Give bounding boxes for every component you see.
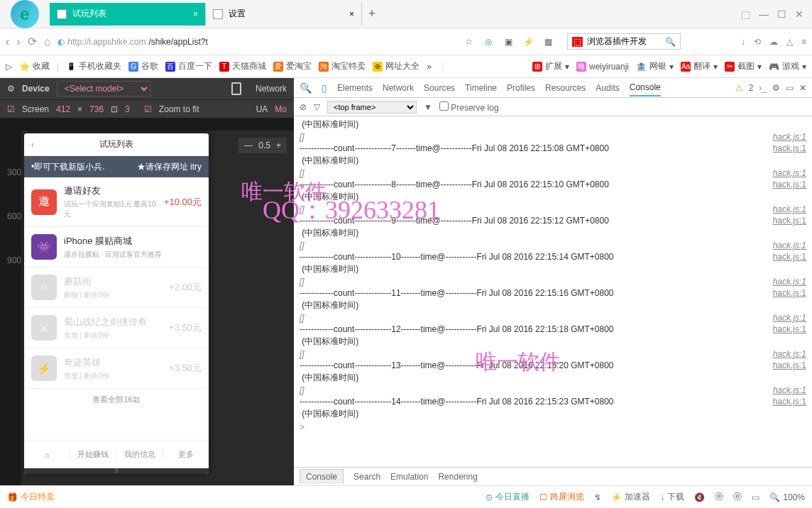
menu-icon[interactable]: ≡ <box>801 37 806 47</box>
list-item[interactable]: ⚡ 奇迹英雄首发 | 剩余0份 +3.50元 <box>24 348 209 389</box>
source-link[interactable]: hack.js:1 <box>773 385 806 395</box>
drawer-emulation[interactable]: Emulation <box>390 472 428 482</box>
source-link[interactable]: hack.js:1 <box>773 277 806 287</box>
orientation-icon[interactable] <box>231 82 241 95</box>
drawer-search[interactable]: Search <box>353 472 380 482</box>
bm-screenshot[interactable]: ✂截图▾ <box>725 60 762 72</box>
preserve-log[interactable]: Preserve log <box>439 101 499 113</box>
console-prompt[interactable]: > <box>294 421 812 434</box>
sale[interactable]: 🎁今日特卖 <box>7 491 55 503</box>
bm-bank[interactable]: 🏦网银▾ <box>636 60 674 72</box>
source-link[interactable]: hack.js:1 <box>773 288 806 298</box>
phone-viewport[interactable]: ‹ 试玩列表 • 即可下载新版小兵. ★请保存网址 itry 邀 邀请好友试玩一… <box>24 133 209 474</box>
tab-earn[interactable]: 开始赚钱 <box>70 449 116 460</box>
tab-sources[interactable]: Sources <box>424 80 455 96</box>
box-icon[interactable]: ⬚ <box>741 9 750 20</box>
drawer-rendering[interactable]: Rendering <box>438 472 477 482</box>
source-link[interactable]: hack.js:1 <box>773 349 806 359</box>
source-link[interactable]: hack.js:1 <box>773 241 806 250</box>
source-link[interactable]: hack.js:1 <box>773 180 806 189</box>
tab-active[interactable]: 试玩列表 × <box>50 3 206 26</box>
triangle-icon[interactable]: △ <box>786 37 793 47</box>
maximize-button[interactable]: ☐ <box>777 9 786 20</box>
net-icon[interactable]: ↯ <box>594 492 601 502</box>
history-icon[interactable]: ⟲ <box>754 37 761 47</box>
play-icon[interactable]: ▷ <box>6 62 12 72</box>
qr-icon[interactable]: ▦ <box>542 35 554 48</box>
back-button[interactable]: ‹ <box>6 35 9 48</box>
source-link[interactable]: hack.js:1 <box>773 252 806 262</box>
dpr-value[interactable]: 3 <box>125 104 130 114</box>
height-value[interactable]: 736 <box>89 104 104 114</box>
accelerator[interactable]: ⚡加速器 <box>611 491 650 503</box>
device-icon[interactable]: ▯ <box>322 82 327 94</box>
close-icon[interactable]: × <box>349 9 354 19</box>
view-all[interactable]: 查看全部16款 <box>24 389 209 411</box>
tab-more[interactable]: 更多 <box>163 449 209 460</box>
forward-button[interactable]: › <box>16 35 20 48</box>
gear-icon[interactable]: ⚙ <box>7 84 15 94</box>
tab-network[interactable]: Network <box>383 80 414 96</box>
tab-audits[interactable]: Audits <box>596 80 619 96</box>
download-icon[interactable]: ↓ <box>741 37 745 47</box>
list-item[interactable]: 邀 邀请好友试玩一个应用奖励1元 最高10元 +10.00元 <box>24 177 209 227</box>
warn-icon[interactable]: ⚠ <box>735 83 743 93</box>
zoom[interactable]: 🔍100% <box>769 492 805 502</box>
cloud-icon[interactable]: ☁ <box>769 37 778 47</box>
source-link[interactable]: hack.js:1 <box>773 324 806 334</box>
bm-nav[interactable]: ⊕网址大全 <box>373 60 419 72</box>
bm-weiyi[interactable]: 唯weiyiruanji <box>576 60 629 72</box>
tab-home[interactable]: ⌂ <box>24 451 70 459</box>
bm-google[interactable]: G谷歌 <box>128 60 158 72</box>
tab[interactable]: 设置 × <box>206 3 362 26</box>
source-link[interactable]: hack.js:1 <box>773 216 806 226</box>
minimize-button[interactable]: — <box>759 9 769 20</box>
compass-icon[interactable]: ◎ <box>482 35 495 48</box>
close-icon[interactable]: × <box>193 9 198 19</box>
drag-handle[interactable]: ≡ <box>24 468 209 474</box>
close-icon[interactable]: ✕ <box>799 83 806 93</box>
reload-button[interactable]: ⟳ <box>28 35 37 48</box>
home-button[interactable]: ⌂ <box>44 35 51 48</box>
source-link[interactable]: hack.js:1 <box>773 204 806 214</box>
source-link[interactable]: hack.js:1 <box>773 360 806 370</box>
downloads[interactable]: ↓下载 <box>660 491 684 503</box>
tab-profiles[interactable]: Profiles <box>507 80 535 96</box>
gear-icon[interactable]: ⚙ <box>772 83 780 93</box>
inspect-icon[interactable]: 🔍 <box>300 82 312 94</box>
tab-timeline[interactable]: Timeline <box>465 80 497 96</box>
model-select[interactable]: <Select model> <box>57 81 150 96</box>
console-output[interactable]: (中国标准时间)[]hack.js:1------------count----… <box>294 116 812 467</box>
flash-icon[interactable]: ⚡ <box>522 35 534 48</box>
bm-taobao[interactable]: 淘淘宝特卖 <box>319 60 366 72</box>
list-item[interactable]: ⚔ 蜀山战纪之剑侠传奇首发 | 剩余0份 +3.50元 <box>24 308 209 348</box>
source-link[interactable]: hack.js:1 <box>773 397 806 407</box>
tab-resources[interactable]: Resources <box>545 80 586 96</box>
live[interactable]: ⊙今日直播 <box>485 491 530 503</box>
bm-aitao[interactable]: 爱爱淘宝 <box>273 60 312 72</box>
zoom-label[interactable]: Zoom to fit <box>159 104 199 114</box>
banner[interactable]: • 即可下载新版小兵. ★请保存网址 itry <box>24 156 209 177</box>
camera-icon[interactable]: ▣ <box>502 35 515 48</box>
tab-console[interactable]: Console <box>630 79 661 96</box>
favorites[interactable]: ⭐收藏 <box>19 60 50 72</box>
zoom-in[interactable]: + <box>276 140 281 150</box>
bm-baidu[interactable]: 百百度一下 <box>165 60 212 72</box>
clear-icon[interactable]: ⊘ <box>300 102 307 112</box>
search-icon[interactable]: 🔍 <box>665 37 676 47</box>
new-tab-button[interactable]: + <box>362 6 382 21</box>
drawer-console[interactable]: Console <box>300 469 344 484</box>
bm-translate[interactable]: Aa翻译▾ <box>681 60 718 72</box>
list-item[interactable]: 👾 iPhone 膜贴商城漫步拉膜贴 · 应用试客官方推荐 <box>24 227 209 267</box>
tab-elements[interactable]: Elements <box>337 80 373 96</box>
source-link[interactable]: hack.js:1 <box>773 143 806 153</box>
plugin-search[interactable]: ⬚ 浏览器插件开发 🔍 <box>567 33 681 50</box>
bm-phone[interactable]: 📱手机收藏夹 <box>66 60 121 72</box>
overflow-icon[interactable]: » <box>427 62 432 72</box>
cross-screen[interactable]: ☐跨屏浏览 <box>539 491 584 503</box>
source-link[interactable]: hack.js:1 <box>773 132 806 142</box>
dock-icon[interactable]: ▭ <box>786 83 794 93</box>
ie-icon[interactable]: ⓔ <box>715 491 723 503</box>
drawer-icon[interactable]: ›_ <box>759 83 767 93</box>
frame-select[interactable]: <top frame> <box>327 101 417 114</box>
